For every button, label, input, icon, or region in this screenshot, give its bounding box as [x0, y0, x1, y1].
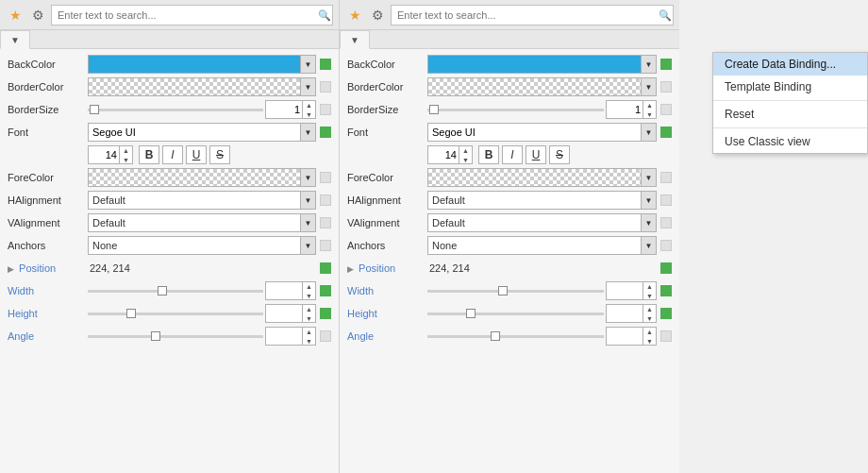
right-search-input[interactable] — [391, 5, 674, 25]
right-width-spin-down[interactable]: ▼ — [643, 291, 656, 300]
left-fontsize-spin-down[interactable]: ▼ — [120, 155, 132, 164]
left-panel-content: BackColor ▼ BorderColor ▼ Border — [0, 49, 339, 473]
left-height-thumb[interactable] — [126, 309, 136, 318]
left-height-slider[interactable] — [88, 313, 263, 315]
right-height-thumb[interactable] — [466, 309, 476, 318]
left-underline-button[interactable]: U — [186, 145, 207, 164]
right-bordersize-thumb[interactable] — [429, 105, 439, 114]
menu-item-template-binding[interactable]: Template Binding — [713, 76, 867, 98]
right-halignment-select[interactable]: Default ▼ — [427, 191, 657, 210]
left-bordersize-spin-down[interactable]: ▼ — [303, 110, 315, 119]
left-width-control: 160 ▲ ▼ — [88, 281, 331, 300]
left-height-input[interactable]: 90 — [266, 305, 302, 322]
left-fontsize-spin-up[interactable]: ▲ — [120, 145, 132, 155]
right-star-icon[interactable]: ★ — [345, 6, 364, 25]
left-search-input[interactable] — [51, 5, 333, 25]
right-width-slider[interactable] — [427, 290, 604, 293]
left-halignment-dropdown[interactable]: ▼ — [300, 192, 315, 209]
right-fontsize-spin-up[interactable]: ▲ — [459, 145, 472, 155]
right-tab-active[interactable]: ▼ — [340, 30, 370, 49]
right-valignment-select[interactable]: Default ▼ — [427, 213, 657, 232]
right-angle-thumb[interactable] — [491, 331, 500, 341]
left-width-spin-down[interactable]: ▼ — [303, 291, 315, 300]
right-fontsize-input[interactable]: 14 — [428, 146, 459, 163]
left-bordercolor-dropdown[interactable]: ▼ — [300, 78, 315, 95]
left-tab-active[interactable]: ▼ — [0, 30, 30, 49]
left-font-dropdown[interactable]: ▼ — [300, 124, 315, 141]
menu-item-classic-view[interactable]: Use Classic view — [713, 130, 867, 153]
right-italic-button[interactable]: I — [502, 145, 523, 164]
right-bordercolor-dropdown[interactable]: ▼ — [641, 78, 656, 95]
left-fontsize-input[interactable]: 14 — [89, 146, 119, 163]
left-backcolor-picker[interactable]: ▼ — [88, 55, 316, 74]
left-bordersize-input[interactable]: 1 — [266, 101, 302, 118]
left-anchors-dropdown[interactable]: ▼ — [300, 237, 315, 254]
left-bordersize-slider[interactable] — [88, 109, 263, 111]
right-height-spin-down[interactable]: ▼ — [643, 313, 656, 323]
left-font-name[interactable]: Segoe UI — [89, 127, 300, 138]
right-valignment-dropdown[interactable]: ▼ — [641, 214, 656, 231]
right-width-input[interactable]: 160 — [607, 282, 643, 299]
right-gear-icon[interactable]: ⚙ — [368, 6, 387, 25]
right-bordersize-spin-down[interactable]: ▼ — [643, 110, 656, 119]
right-strikethrough-button[interactable]: S — [549, 145, 570, 164]
right-search-icon[interactable]: 🔍 — [659, 8, 672, 21]
right-angle-slider[interactable] — [427, 335, 604, 338]
left-angle-spin-down[interactable]: ▼ — [303, 336, 315, 346]
right-forecolor-picker[interactable]: ▼ — [427, 168, 657, 187]
right-anchors-select[interactable]: None ▼ — [427, 236, 657, 255]
menu-item-reset[interactable]: Reset — [713, 103, 867, 126]
right-font-name[interactable]: Segoe UI — [428, 127, 641, 138]
right-angle-spin-down[interactable]: ▼ — [643, 336, 656, 346]
right-underline-button[interactable]: U — [526, 145, 546, 164]
left-valignment-dropdown[interactable]: ▼ — [300, 214, 315, 231]
left-valignment-select[interactable]: Default ▼ — [88, 213, 316, 232]
right-height-slider[interactable] — [427, 313, 604, 315]
left-halignment-row: HAlignment Default ▼ — [0, 189, 339, 211]
left-angle-slider[interactable] — [88, 335, 263, 338]
left-bold-button[interactable]: B — [139, 145, 159, 164]
left-anchors-select[interactable]: None ▼ — [88, 236, 316, 255]
right-bold-button[interactable]: B — [478, 145, 499, 164]
left-bordersize-thumb[interactable] — [90, 105, 99, 114]
left-strikethrough-button[interactable]: S — [209, 145, 230, 164]
right-bordercolor-picker[interactable]: ▼ — [427, 77, 657, 96]
right-backcolor-dropdown[interactable]: ▼ — [641, 56, 656, 73]
right-bordersize-slider[interactable] — [427, 109, 604, 111]
left-forecolor-picker[interactable]: ▼ — [88, 168, 316, 187]
right-width-spin-up[interactable]: ▲ — [643, 281, 656, 291]
right-anchors-dropdown[interactable]: ▼ — [641, 237, 656, 254]
left-forecolor-dropdown[interactable]: ▼ — [300, 169, 315, 186]
left-angle-input[interactable]: 0 — [266, 328, 302, 345]
left-width-slider[interactable] — [88, 290, 263, 293]
left-backcolor-dropdown[interactable]: ▼ — [300, 56, 315, 73]
right-halignment-dropdown[interactable]: ▼ — [641, 192, 656, 209]
left-height-spin-down[interactable]: ▼ — [303, 313, 315, 323]
right-forecolor-dropdown[interactable]: ▼ — [641, 169, 656, 186]
left-italic-button[interactable]: I — [162, 145, 183, 164]
left-gear-icon[interactable]: ⚙ — [28, 6, 47, 25]
left-star-icon[interactable]: ★ — [6, 6, 25, 25]
right-bordersize-input[interactable]: 1 — [607, 101, 643, 118]
left-search-icon[interactable]: 🔍 — [318, 8, 331, 21]
menu-item-create-binding[interactable]: Create Data Binding... — [713, 53, 867, 76]
right-fontsize-spinners: ▲ ▼ — [459, 145, 472, 164]
right-angle-input[interactable]: 0 — [607, 328, 643, 345]
left-width-spin-up[interactable]: ▲ — [303, 281, 315, 291]
right-height-input[interactable]: 90 — [607, 305, 643, 322]
right-height-spin-up[interactable]: ▲ — [643, 304, 656, 313]
left-width-thumb[interactable] — [158, 286, 167, 296]
right-bordersize-spin-up[interactable]: ▲ — [643, 100, 656, 110]
left-width-input[interactable]: 160 — [266, 282, 302, 299]
left-bordercolor-picker[interactable]: ▼ — [88, 77, 316, 96]
right-fontsize-spin-down[interactable]: ▼ — [459, 155, 472, 164]
right-font-dropdown[interactable]: ▼ — [641, 124, 656, 141]
left-height-spin-up[interactable]: ▲ — [303, 304, 315, 313]
left-angle-thumb[interactable] — [151, 331, 160, 341]
right-backcolor-picker[interactable]: ▼ — [427, 55, 657, 74]
left-bordersize-spin-up[interactable]: ▲ — [303, 100, 315, 110]
right-width-thumb[interactable] — [498, 286, 508, 296]
right-angle-spin-up[interactable]: ▲ — [643, 327, 656, 336]
left-angle-spin-up[interactable]: ▲ — [303, 327, 315, 336]
left-halignment-select[interactable]: Default ▼ — [88, 191, 316, 210]
